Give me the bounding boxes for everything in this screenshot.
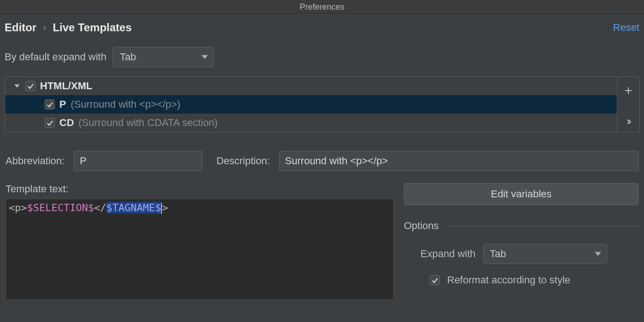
item-abbr: P xyxy=(59,98,66,110)
expand-with-label: Expand with xyxy=(420,248,476,260)
disclosure-down-icon[interactable] xyxy=(13,83,21,89)
code-variable-selected: $TAGNAME$ xyxy=(106,202,161,213)
chevron-down-icon xyxy=(595,248,601,260)
code-token: <p> xyxy=(9,202,27,213)
breadcrumb: Editor › Live Templates xyxy=(5,21,132,34)
chevron-right-icon: › xyxy=(43,22,46,34)
code-variable: $SELECTION$ xyxy=(27,202,94,213)
item-checkbox[interactable] xyxy=(45,118,55,128)
item-desc: (Surround with CDATA section) xyxy=(79,117,218,129)
abbreviation-input[interactable] xyxy=(74,151,202,171)
default-expand-label: By default expand with xyxy=(5,51,106,63)
template-group-htmlxml[interactable]: HTML/XML xyxy=(5,77,617,95)
templates-tree: HTML/XML P (Surround with <p></p>) CD (S… xyxy=(5,76,639,132)
expand-with-value: Tab xyxy=(490,248,506,260)
reformat-checkbox[interactable] xyxy=(430,275,440,285)
default-expand-value: Tab xyxy=(120,51,136,63)
group-checkbox[interactable] xyxy=(25,81,35,91)
expand-with-select[interactable]: Tab xyxy=(483,244,607,264)
description-label: Description: xyxy=(216,155,270,167)
code-token: > xyxy=(162,202,168,213)
template-text-label: Template text: xyxy=(6,183,394,195)
reformat-label: Reformat according to style xyxy=(447,274,570,286)
template-item-cd[interactable]: CD (Surround with CDATA section) xyxy=(5,114,617,132)
default-expand-select[interactable]: Tab xyxy=(113,47,214,67)
abbreviation-label: Abbreviation: xyxy=(6,155,64,167)
window-title: Preferences xyxy=(0,0,644,14)
item-abbr: CD xyxy=(59,117,74,129)
chevron-down-icon xyxy=(201,51,208,63)
item-desc: (Surround with <p></p>) xyxy=(71,98,180,110)
group-label: HTML/XML xyxy=(40,80,92,92)
divider xyxy=(445,226,638,226)
code-token: </ xyxy=(94,202,106,213)
edit-variables-button[interactable]: Edit variables xyxy=(404,183,638,205)
reset-link[interactable]: Reset xyxy=(613,22,639,34)
add-template-button[interactable]: ＋ xyxy=(622,81,635,99)
options-heading: Options xyxy=(404,220,439,232)
template-text-editor[interactable]: <p>$SELECTION$</$TAGNAME$> xyxy=(6,199,394,300)
description-input[interactable] xyxy=(279,151,638,171)
template-item-p[interactable]: P (Surround with <p></p>) xyxy=(5,95,617,114)
breadcrumb-root[interactable]: Editor xyxy=(5,21,36,34)
breadcrumb-page: Live Templates xyxy=(53,21,132,34)
item-checkbox[interactable] xyxy=(45,99,55,109)
more-actions-button[interactable]: ›› xyxy=(627,115,630,127)
